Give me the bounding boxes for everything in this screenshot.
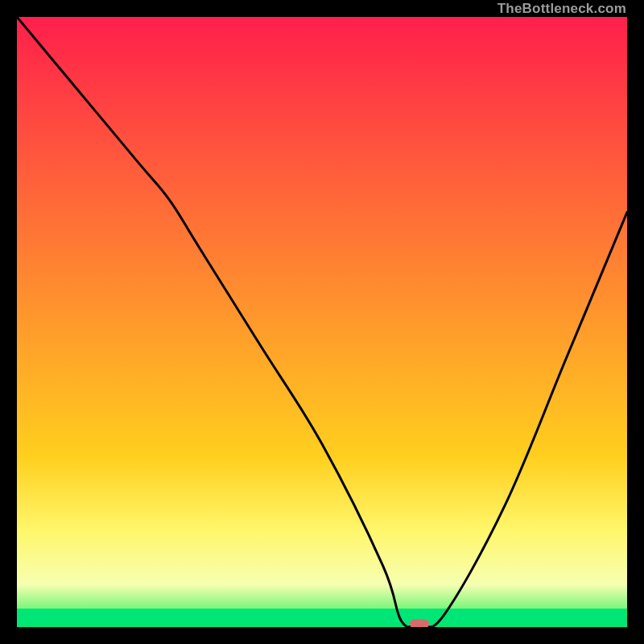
background-gradient	[17, 17, 627, 627]
plot-inner	[17, 17, 627, 627]
watermark-text: TheBottleneck.com	[497, 0, 626, 17]
plot-area	[17, 17, 627, 627]
chart-frame: TheBottleneck.com	[0, 0, 644, 644]
